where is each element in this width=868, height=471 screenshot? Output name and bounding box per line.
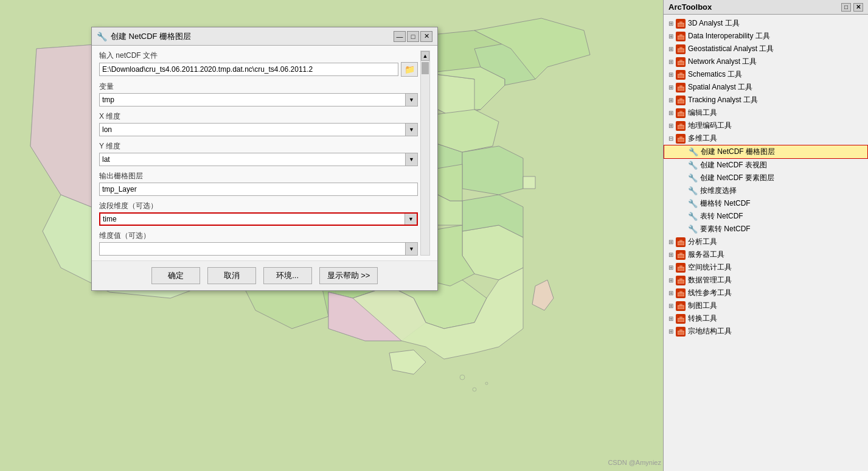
band-dimension-field[interactable] [100, 214, 404, 225]
svg-rect-41 [679, 265, 682, 268]
dimension-value-label: 维度值（可选） [99, 231, 418, 241]
toolbox-icon-3d-analyst [676, 19, 686, 29]
x-dimension-dropdown[interactable]: lon ▼ [99, 123, 418, 136]
toolbox-item-linear-ref[interactable]: ⊞线性参考工具 [664, 287, 868, 299]
wrench-icon-raster-to-netcdf: 🔧 [688, 199, 698, 208]
toolbox-item-raster-to-netcdf[interactable]: 🔧栅格转 NetCDF [664, 197, 868, 210]
scroll-thumb[interactable] [422, 62, 429, 74]
expand-icon-server-tools: ⊞ [666, 251, 676, 258]
toolbox-item-edit-tools[interactable]: ⊞编辑工具 [664, 106, 868, 119]
svg-rect-53 [679, 316, 682, 319]
toolbox-item-data-mgmt[interactable]: ⊞数据管理工具 [664, 274, 868, 287]
help-button[interactable]: 显示帮助 >> [319, 267, 378, 284]
wrench-icon-create-netcdf-feature: 🔧 [688, 173, 698, 183]
variable-dropdown[interactable]: tmp ▼ [99, 93, 418, 106]
svg-rect-26 [679, 111, 682, 113]
item-label-network-analyst: Network Analyst 工具 [688, 57, 757, 67]
toolbox-item-data-interop[interactable]: ⊞Data Interoperability 工具 [664, 30, 868, 43]
item-label-spatial-analyst: Spatial Analyst 工具 [688, 82, 752, 92]
browse-file-button[interactable]: 📁 [401, 62, 418, 77]
toolbox-item-feature-to-netcdf[interactable]: 🔧要素转 NetCDF [664, 223, 868, 236]
item-label-table-to-netcdf: 表转 NetCDF [700, 211, 743, 222]
toolbox-item-analysis-tools[interactable]: ⊞分析工具 [664, 236, 868, 248]
expand-icon-geocode-tools: ⊞ [666, 122, 676, 129]
toolbox-item-geostatistical[interactable]: ⊞Geostatistical Analyst 工具 [664, 43, 868, 55]
toolbox-item-multi-tools[interactable]: ⊟多维工具 [664, 132, 868, 145]
confirm-button[interactable]: 确定 [151, 267, 200, 284]
variable-dropdown-arrow[interactable]: ▼ [405, 94, 417, 106]
toolbox-item-3d-analyst[interactable]: ⊞3D Analyst 工具 [664, 17, 868, 30]
dimension-value-dropdown[interactable]: ▼ [99, 242, 418, 256]
toolbox-item-server-tools[interactable]: ⊞服务器工具 [664, 248, 868, 261]
toolbox-icon-tracking-analyst [676, 96, 686, 105]
toolbox-item-geocode-tools[interactable]: ⊞地理编码工具 [664, 119, 868, 132]
x-dimension-section: X 维度 lon ▼ [99, 111, 418, 136]
dialog-footer: 确定 取消 环境... 显示帮助 >> [92, 260, 437, 290]
cancel-button[interactable]: 取消 [207, 267, 256, 284]
expand-icon-data-interop: ⊞ [666, 33, 676, 40]
svg-rect-11 [679, 47, 682, 49]
expand-icon-network-analyst: ⊞ [666, 58, 676, 65]
toolbox-icon-spatial-stats [676, 263, 686, 273]
scroll-up-arrow[interactable]: ▲ [421, 51, 429, 61]
output-section: 输出栅格图层 [99, 171, 418, 196]
toolbox-item-spatial-analyst[interactable]: ⊞Spatial Analyst 工具 [664, 81, 868, 94]
item-label-raster-to-netcdf: 栅格转 NetCDF [700, 198, 751, 209]
svg-rect-20 [679, 85, 682, 88]
toolbox-item-create-netcdf-feature[interactable]: 🔧创建 NetCDF 要素图层 [664, 172, 868, 184]
x-dimension-value: lon [100, 124, 405, 135]
toolbox-item-table-to-netcdf[interactable]: 🔧表转 NetCDF [664, 210, 868, 223]
toolbox-item-cartography[interactable]: ⊞制图工具 [664, 299, 868, 312]
arctoolbox-title-text: ArcToolbox [668, 2, 712, 12]
toolbox-item-network-analyst[interactable]: ⊞Network Analyst 工具 [664, 55, 868, 68]
expand-icon-analysis-tools: ⊞ [666, 239, 676, 245]
toolbox-item-create-netcdf-raster[interactable]: 🔧创建 NetCDF 栅格图层 [664, 145, 868, 159]
svg-rect-44 [679, 278, 682, 281]
dialog-minimize-button[interactable]: — [394, 31, 406, 42]
item-label-spatial-stats: 空间统计工具 [688, 262, 732, 273]
toolbox-item-conversion[interactable]: ⊞转换工具 [664, 312, 868, 325]
item-label-edit-tools: 编辑工具 [688, 108, 717, 118]
dialog-scrollbar[interactable]: ▲ [420, 51, 430, 256]
dialog-maximize-button[interactable]: □ [407, 31, 419, 42]
svg-point-1 [460, 375, 465, 380]
arctoolbox-minimize-button[interactable]: □ [841, 3, 851, 12]
toolbox-icon-schematics [676, 70, 686, 80]
svg-rect-5 [679, 21, 682, 24]
toolbox-item-select-by-dimension[interactable]: 🔧按维度选择 [664, 184, 868, 197]
dimension-value-arrow[interactable]: ▼ [405, 243, 417, 255]
toolbox-icon-parcel-fabric [676, 327, 686, 337]
toolbox-item-create-netcdf-table[interactable]: 🔧创建 NetCDF 表视图 [664, 159, 868, 172]
item-label-select-by-dimension: 按维度选择 [700, 186, 737, 196]
toolbox-icon-geocode-tools [676, 121, 686, 131]
expand-icon-parcel-fabric: ⊞ [666, 328, 676, 335]
dialog-close-button[interactable]: ✕ [420, 31, 432, 42]
toolbox-item-parcel-fabric[interactable]: ⊞宗地结构工具 [664, 325, 868, 338]
output-field[interactable] [99, 183, 418, 196]
toolbox-item-tracking-analyst[interactable]: ⊞Tracking Analyst 工具 [664, 94, 868, 106]
toolbox-icon-multi-tools [676, 134, 686, 144]
toolbox-icon-geostatistical [676, 44, 686, 54]
x-dimension-arrow[interactable]: ▼ [405, 124, 417, 136]
svg-rect-8 [679, 34, 682, 37]
band-dimension-arrow[interactable]: ▼ [404, 214, 417, 225]
svg-point-2 [473, 388, 476, 391]
expand-icon-data-mgmt: ⊞ [666, 277, 676, 284]
svg-rect-47 [679, 291, 682, 293]
toolbox-item-spatial-stats[interactable]: ⊞空间统计工具 [664, 261, 868, 274]
svg-rect-32 [679, 136, 682, 139]
arctoolbox-close-button[interactable]: ✕ [853, 3, 863, 12]
environment-button[interactable]: 环境... [263, 267, 312, 284]
toolbox-item-schematics[interactable]: ⊞Schematics 工具 [664, 68, 868, 81]
y-dimension-dropdown[interactable]: lat ▼ [99, 153, 418, 166]
item-label-geocode-tools: 地理编码工具 [688, 120, 732, 131]
variable-dropdown-value: tmp [100, 94, 405, 105]
input-file-field[interactable] [99, 63, 398, 76]
band-dimension-label: 波段维度（可选） [99, 201, 418, 211]
svg-rect-23 [679, 98, 682, 100]
item-label-tracking-analyst: Tracking Analyst 工具 [688, 95, 758, 105]
toolbox-icon-data-interop [676, 32, 686, 41]
y-dimension-arrow[interactable]: ▼ [405, 153, 417, 166]
item-label-feature-to-netcdf: 要素转 NetCDF [700, 224, 751, 234]
expand-icon-schematics: ⊞ [666, 71, 676, 78]
